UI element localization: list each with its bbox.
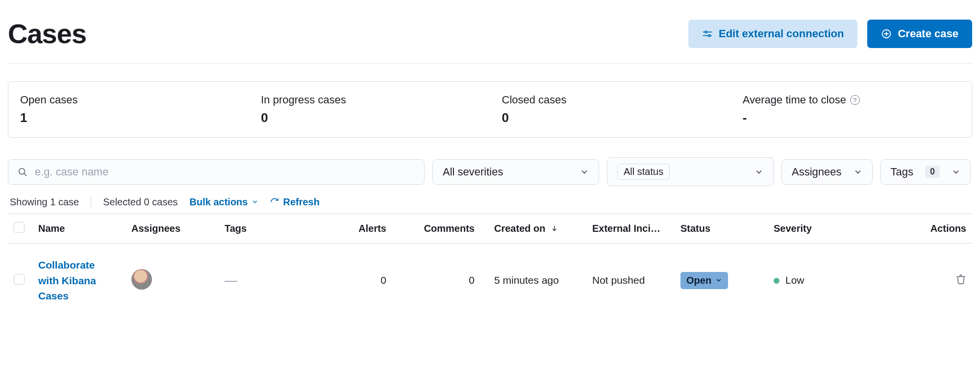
status-filter-label: All status [617, 164, 670, 180]
chevron-down-icon [952, 168, 960, 176]
external-value: Not pushed [586, 244, 675, 318]
comments-value: 0 [400, 244, 488, 318]
assignees-filter[interactable]: Assignees [781, 159, 873, 185]
delete-button[interactable] [955, 275, 966, 287]
divider [91, 196, 91, 208]
case-name-link[interactable]: Collaborate with Kibana Cases [38, 257, 117, 304]
stat-in-progress-label: In progress cases [261, 94, 478, 106]
bulk-actions-button[interactable]: Bulk actions [190, 197, 259, 208]
svg-point-1 [705, 31, 707, 33]
col-created-on[interactable]: Created on [488, 214, 586, 244]
svg-point-3 [708, 34, 710, 36]
search-input[interactable] [35, 166, 415, 178]
sliders-icon [702, 28, 713, 39]
assignees-filter-label: Assignees [792, 166, 842, 178]
table-meta-row: Showing 1 case Selected 0 cases Bulk act… [8, 196, 972, 208]
severity-label: Low [785, 274, 804, 286]
col-assignees[interactable]: Assignees [126, 214, 219, 244]
create-case-label: Create case [898, 27, 958, 40]
stat-in-progress-value: 0 [261, 110, 478, 125]
svg-line-8 [24, 173, 26, 175]
stat-closed-cases: Closed cases 0 [490, 94, 731, 125]
created-on-value: 5 minutes ago [488, 244, 586, 318]
cases-table: Name Assignees Tags Alerts Comments Crea… [8, 214, 972, 318]
col-name[interactable]: Name [32, 214, 126, 244]
stat-avg-label: Average time to close ? [743, 94, 960, 106]
plus-circle-icon [881, 28, 892, 39]
filters-row: All severities All status Assignees Tags… [8, 157, 972, 186]
col-external[interactable]: External Inci… [586, 214, 675, 244]
status-filter[interactable]: All status [607, 157, 774, 186]
refresh-label: Refresh [283, 197, 319, 208]
tags-empty: — [225, 273, 238, 288]
col-alerts[interactable]: Alerts [331, 214, 400, 244]
page-header: Cases Edit external connection Create ca… [8, 8, 972, 64]
stat-closed-label: Closed cases [502, 94, 719, 106]
refresh-icon [270, 197, 279, 206]
selected-count: Selected 0 cases [103, 197, 177, 208]
col-tags[interactable]: Tags [219, 214, 331, 244]
stat-avg-label-text: Average time to close [743, 94, 846, 106]
stat-in-progress-cases: In progress cases 0 [249, 94, 490, 125]
page-title: Cases [8, 18, 86, 49]
edit-external-connection-label: Edit external connection [719, 27, 844, 40]
stat-open-cases: Open cases 1 [8, 94, 249, 125]
status-label: Open [686, 275, 711, 286]
chevron-down-icon [854, 168, 862, 176]
stat-closed-value: 0 [502, 110, 719, 125]
showing-count: Showing 1 case [10, 197, 79, 208]
severity-filter-label: All severities [443, 166, 503, 178]
table-header-row: Name Assignees Tags Alerts Comments Crea… [8, 214, 972, 244]
edit-external-connection-button[interactable]: Edit external connection [688, 20, 858, 48]
bulk-actions-label: Bulk actions [190, 197, 248, 208]
col-status[interactable]: Status [675, 214, 768, 244]
stat-open-value: 1 [20, 110, 237, 125]
trash-icon [955, 274, 966, 285]
stats-panel: Open cases 1 In progress cases 0 Closed … [8, 81, 972, 138]
refresh-button[interactable]: Refresh [270, 197, 319, 208]
chevron-down-icon [251, 198, 258, 205]
tags-filter-label: Tags [891, 166, 913, 178]
sort-descending-icon [551, 223, 558, 234]
severity-filter[interactable]: All severities [432, 159, 599, 185]
header-actions: Edit external connection Create case [688, 20, 972, 48]
col-comments[interactable]: Comments [400, 214, 488, 244]
select-all-checkbox[interactable] [14, 222, 25, 233]
stat-open-label: Open cases [20, 94, 237, 106]
status-badge[interactable]: Open [680, 272, 728, 289]
tags-filter[interactable]: Tags 0 [880, 159, 971, 185]
table-row: Collaborate with Kibana Cases — 0 0 5 mi… [8, 244, 972, 318]
severity-dot-icon [774, 278, 779, 284]
alerts-value: 0 [331, 244, 400, 318]
tags-filter-count: 0 [925, 166, 940, 178]
row-checkbox[interactable] [14, 274, 25, 285]
create-case-button[interactable]: Create case [867, 20, 972, 48]
search-box[interactable] [8, 159, 425, 185]
search-icon [17, 167, 28, 177]
help-icon[interactable]: ? [850, 95, 860, 105]
stat-avg-value: - [743, 110, 960, 125]
col-actions: Actions [876, 214, 972, 244]
severity-cell: Low [768, 244, 876, 318]
chevron-down-icon [715, 277, 722, 284]
col-created-on-label: Created on [494, 223, 545, 234]
avatar[interactable] [131, 269, 152, 290]
chevron-down-icon [754, 168, 763, 176]
chevron-down-icon [580, 168, 589, 176]
col-severity[interactable]: Severity [768, 214, 876, 244]
stat-avg-time-to-close: Average time to close ? - [731, 94, 972, 125]
